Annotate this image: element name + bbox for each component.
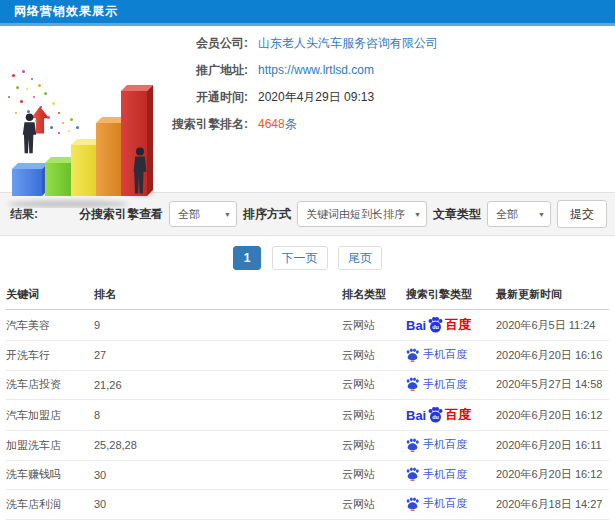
info-row-member: 会员公司: 山东老人头汽车服务咨询有限公司 [148,30,438,57]
mobile-baidu-logo: 手机百度 [406,467,467,482]
table-row: 汽车美容9云网站 Bai du 百度 2020年6月5日 11:24 [6,310,609,341]
col-rank: 排名 [94,279,342,310]
update-time-cell: 2020年6月18日 14:27 [496,490,609,520]
table-row: 洗车赚钱吗30云网站 手机百度 2020年6月20日 16:12 [6,460,609,490]
rank-type-cell: 云网站 [342,460,406,490]
baidu-paw-icon: du [427,317,444,333]
rank-type-cell: 云网站 [342,490,406,520]
bar-blue [12,169,42,196]
bar-yellow [71,145,96,196]
mobile-baidu-logo: 手机百度 [406,347,467,362]
engine-type-cell: 手机百度 [406,460,496,490]
last-page-button[interactable]: 尾页 [338,246,382,270]
mobile-baidu-logo: 手机百度 [406,437,467,452]
col-update-time: 最新更新时间 [496,279,609,310]
engine-rank-value: 4648条 [258,111,297,138]
rank-type-cell: 云网站 [342,310,406,341]
bars-shadow [8,200,128,208]
rank-cell: 25,28,28 [94,431,342,461]
info-row-url: 推广地址: https://www.lrtlsd.com [148,57,438,84]
mobile-baidu-logo: 手机百度 [406,496,467,511]
mobile-baidu-paw-icon [406,377,419,391]
info-rows: 会员公司: 山东老人头汽车服务咨询有限公司 推广地址: https://www.… [148,30,438,138]
table-row: 洗车店利润30云网站 手机百度 2020年6月18日 14:27 [6,490,609,520]
open-time-value: 2020年4月29日 09:13 [258,84,374,111]
engine-rank-label: 搜索引擎排名: [148,111,248,138]
keyword-cell: 洗车店利润 [6,490,94,520]
rank-type-cell: 云网站 [342,400,406,431]
mobile-baidu-logo: 手机百度 [406,377,467,392]
info-row-rank-count: 搜索引擎排名: 4648条 [148,111,438,138]
info-section: 会员公司: 山东老人头汽车服务咨询有限公司 推广地址: https://www.… [0,26,615,192]
rank-cell: 30 [94,460,342,490]
rank-cell: 27 [94,341,342,371]
page-1-button[interactable]: 1 [233,246,261,270]
sort-filter-label: 排序方式 [243,206,291,223]
article-type-label: 文章类型 [433,206,481,223]
member-company-label: 会员公司: [148,30,248,57]
svg-text:du: du [432,324,439,330]
member-company-link[interactable]: 山东老人头汽车服务咨询有限公司 [258,30,438,57]
keyword-cell: 开洗车行 [6,341,94,371]
info-row-open-time: 开通时间: 2020年4月29日 09:13 [148,84,438,111]
next-page-button[interactable]: 下一页 [272,246,328,270]
sort-filter-select[interactable]: 关键词由短到长排序 [297,201,427,227]
keyword-cell: 加盟洗车店 [6,431,94,461]
keyword-cell: 洗车赚钱吗 [6,460,94,490]
submit-button[interactable]: 提交 [557,200,607,228]
mobile-baidu-text: 手机百度 [423,496,467,511]
keyword-cell: 汽车加盟店 [6,400,94,431]
mobile-baidu-paw-icon [406,467,419,481]
rank-count-number: 4648 [258,117,285,131]
page-title: 网络营销效果展示 [14,3,118,20]
engine-type-cell: 手机百度 [406,341,496,371]
engine-type-cell: Bai du 百度 [406,310,496,341]
rank-type-cell: 云网站 [342,370,406,400]
engine-filter-select[interactable]: 全部 [169,201,237,227]
open-time-label: 开通时间: [148,84,248,111]
keyword-cell: 洗车店投资 [6,370,94,400]
mobile-baidu-paw-icon [406,497,419,511]
engine-type-cell: 手机百度 [406,431,496,461]
baidu-paw-icon: du [427,407,444,423]
baidu-logo: Bai du 百度 [406,406,471,424]
col-keyword: 关键词 [6,279,94,310]
update-time-cell: 2020年6月20日 16:12 [496,400,609,431]
header-bar: 网络营销效果展示 [0,0,615,26]
table-row: 开洗车行27云网站 手机百度 2020年6月20日 16:16 [6,341,609,371]
promo-url-link[interactable]: https://www.lrtlsd.com [258,57,374,84]
baidu-cn-text: 百度 [445,316,471,334]
update-time-cell: 2020年6月5日 11:24 [496,310,609,341]
update-time-cell: 2020年6月20日 16:16 [496,341,609,371]
baidu-logo: Bai du 百度 [406,316,471,334]
mobile-baidu-text: 手机百度 [423,437,467,452]
rank-cell: 9 [94,310,342,341]
baidu-bai-text: Bai [406,408,426,423]
pagination: 1 下一页 尾页 [0,236,615,279]
col-engine-type: 搜索引擎类型 [406,279,496,310]
result-label: 结果: [10,206,38,223]
mobile-baidu-text: 手机百度 [423,467,467,482]
promo-url-label: 推广地址: [148,57,248,84]
table-row: 洗车店投资21,26云网站 手机百度 2020年5月27日 14:58 [6,370,609,400]
keyword-cell: 汽车美容 [6,310,94,341]
col-rank-type: 排名类型 [342,279,406,310]
mobile-baidu-paw-icon [406,348,419,362]
sort-filter-select-wrap: 关键词由短到长排序 [297,201,427,227]
mobile-baidu-text: 手机百度 [423,347,467,362]
rank-type-cell: 云网站 [342,341,406,371]
update-time-cell: 2020年6月20日 16:12 [496,460,609,490]
engine-type-cell: 手机百度 [406,370,496,400]
results-table: 关键词 排名 排名类型 搜索引擎类型 最新更新时间 汽车美容9云网站 Bai d… [6,279,609,520]
mobile-baidu-text: 手机百度 [423,377,467,392]
engine-filter-select-wrap: 全部 [169,201,237,227]
mobile-baidu-paw-icon [406,438,419,452]
engine-filter-label: 分搜索引擎查看 [79,206,163,223]
article-type-select[interactable]: 全部 [487,201,551,227]
rank-cell: 8 [94,400,342,431]
rank-cell: 21,26 [94,370,342,400]
bar-green [45,163,71,196]
article-type-select-wrap: 全部 [487,201,551,227]
baidu-cn-text: 百度 [445,406,471,424]
update-time-cell: 2020年5月27日 14:58 [496,370,609,400]
